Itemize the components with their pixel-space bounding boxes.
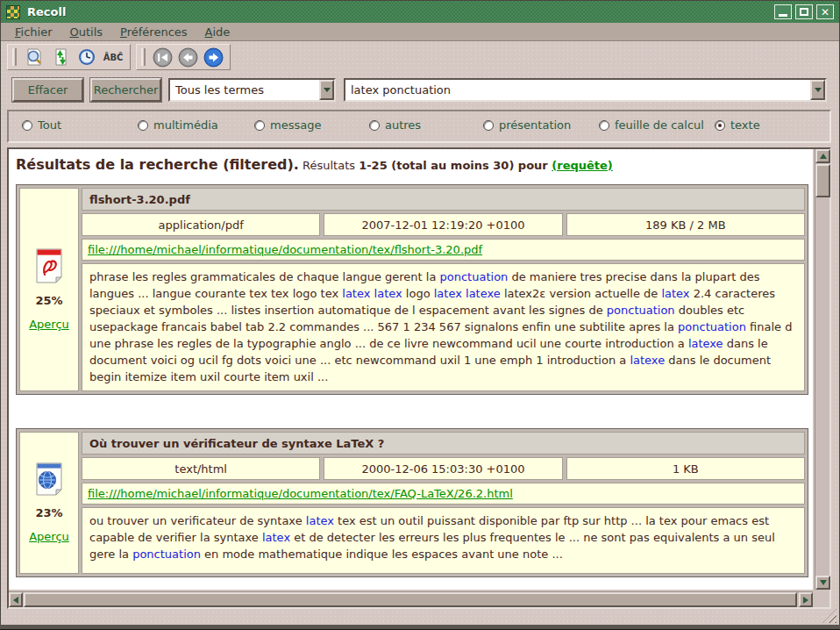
toolbar-group-tools: ÂBĈ: [7, 44, 131, 70]
history-clock-icon: [77, 47, 96, 67]
radio-texte[interactable]: texte: [715, 118, 760, 132]
result-snippet: ou trouver un verificateur de syntaxe la…: [82, 507, 805, 574]
resize-grip[interactable]: [822, 609, 836, 623]
scroll-down-button[interactable]: [815, 576, 830, 590]
arrow-up-icon: [820, 154, 827, 159]
sort-button[interactable]: [49, 47, 72, 68]
close-button[interactable]: ✕: [816, 4, 834, 19]
relevance-percent: 25%: [35, 294, 62, 307]
chevron-down-icon: [815, 88, 822, 92]
search-query-input[interactable]: [345, 83, 810, 97]
radio-icon: [254, 120, 265, 131]
clear-button[interactable]: Effacer: [12, 78, 83, 102]
menu-aide[interactable]: Aide: [196, 24, 239, 40]
nav-first-page-button[interactable]: [152, 47, 174, 68]
arrow-down-icon: [820, 580, 827, 585]
nav-previous-page-icon: [178, 47, 198, 68]
arrow-right-icon: [803, 597, 808, 604]
preview-link[interactable]: Aperçu: [29, 530, 69, 543]
result-snippet: phrase les regles grammaticales de chaqu…: [82, 263, 805, 391]
sort-document-icon: [51, 47, 70, 67]
minimize-icon: [779, 14, 787, 17]
close-icon: ✕: [821, 7, 829, 18]
nav-previous-page-button[interactable]: [177, 47, 199, 68]
radio-autres[interactable]: autres: [369, 118, 421, 132]
radio-label: texte: [730, 118, 760, 132]
results-header: Résultats de la recherche (filtered). Ré…: [16, 156, 813, 173]
horizontal-scrollbar[interactable]: [9, 591, 813, 607]
results-list: Résultats de la recherche (filtered). Ré…: [9, 149, 813, 590]
radio-tout[interactable]: Tout: [22, 118, 61, 132]
result-url-link[interactable]: file:///home/michael/informatique/docume…: [88, 487, 513, 500]
toolbar: ÂBĈ: [7, 44, 231, 70]
result-url-link[interactable]: file:///home/michael/informatique/docume…: [88, 243, 482, 256]
scroll-left-button[interactable]: [9, 592, 23, 607]
radio-icon: [138, 120, 148, 131]
radio-label: message: [270, 118, 321, 132]
radio-message[interactable]: message: [254, 118, 321, 132]
radio-presentation[interactable]: présentation: [483, 118, 571, 132]
radio-icon: [599, 120, 609, 131]
search-mode-dropdown-button[interactable]: [319, 80, 334, 100]
radio-multimedia[interactable]: multimédia: [138, 118, 218, 132]
toolbar-grip[interactable]: [141, 48, 146, 66]
result-date: 2000-12-06 15:03:30 +0100: [324, 457, 562, 480]
result-meta-row: text/html 2000-12-06 15:03:30 +0100 1 KB: [82, 457, 805, 480]
scroll-up-button[interactable]: [815, 149, 830, 163]
menubar: Fichier Outils Préférences Aide: [1, 23, 839, 41]
search-button[interactable]: Rechercher: [90, 78, 161, 102]
maximize-button[interactable]: [795, 4, 813, 19]
results-frame: Résultats de la recherche (filtered). Ré…: [7, 147, 831, 609]
radio-label: feuille de calcul: [615, 118, 704, 132]
menu-preferences[interactable]: Préférences: [111, 24, 196, 40]
relevance-percent: 23%: [35, 506, 62, 519]
search-mode-select[interactable]: Tous les termes: [168, 78, 336, 102]
preview-search-button[interactable]: [23, 47, 46, 68]
chevron-down-icon: [324, 88, 331, 92]
window-bottom-border: [0, 625, 840, 630]
term-explorer-icon: ÂBĈ: [103, 53, 124, 62]
search-query-combo[interactable]: [344, 78, 827, 102]
result-date: 2007-12-01 12:19:20 +0100: [324, 213, 562, 236]
result-size: 189 KB / 2 MB: [566, 213, 805, 236]
search-row: Effacer Rechercher Tous les termes: [0, 77, 840, 104]
window-title: Recoll: [27, 5, 66, 18]
radio-feuille-de-calcul[interactable]: feuille de calcul: [599, 118, 704, 132]
menu-outils[interactable]: Outils: [61, 24, 112, 40]
result-url-row: file:///home/michael/informatique/docume…: [82, 483, 805, 505]
preview-link[interactable]: Aperçu: [29, 318, 69, 331]
search-mode-value: Tous les termes: [170, 83, 319, 97]
result-url-row: file:///home/michael/informatique/docume…: [82, 239, 805, 261]
scroll-right-button[interactable]: [799, 592, 813, 607]
vertical-scrollbar-thumb[interactable]: [815, 164, 830, 197]
search-query-dropdown-button[interactable]: [810, 80, 825, 100]
vertical-scrollbar[interactable]: [815, 149, 829, 590]
result-title: Où trouver un vérificateur de syntaxe La…: [82, 432, 805, 455]
nav-next-page-icon: [203, 47, 224, 68]
nav-next-page-button[interactable]: [203, 47, 224, 68]
radio-icon: [369, 120, 380, 131]
arrow-left-icon: [13, 597, 18, 604]
nav-first-page-icon: [153, 47, 173, 68]
term-explorer-button[interactable]: ÂBĈ: [102, 47, 125, 68]
history-button[interactable]: [75, 47, 98, 68]
category-filter-frame: Tout multimédia message autres présentat…: [7, 110, 831, 143]
result-mime-type: text/html: [82, 457, 320, 480]
html-file-icon: [34, 462, 64, 496]
result-mime-type: application/pdf: [82, 213, 320, 236]
minimize-button[interactable]: [774, 4, 792, 19]
result-2-side-panel: 23% Aperçu: [19, 432, 79, 574]
horizontal-scrollbar-thumb[interactable]: [24, 592, 797, 607]
toolbar-grip[interactable]: [12, 48, 17, 66]
radio-label: autres: [385, 118, 421, 132]
radio-icon: [22, 120, 32, 131]
recoll-window: Recoll ✕ Fichier Outils Préférences Aide: [0, 0, 840, 630]
result-item-2: 23% Aperçu Où trouver un vérificateur de…: [16, 428, 808, 577]
titlebar[interactable]: Recoll ✕: [1, 1, 839, 23]
preview-search-icon: [25, 47, 44, 67]
result-1-details: flshort-3.20.pdf application/pdf 2007-12…: [82, 188, 805, 391]
radio-icon: [715, 120, 725, 131]
query-link[interactable]: (requête): [552, 159, 613, 172]
pdf-file-icon: [34, 248, 64, 283]
menu-fichier[interactable]: Fichier: [6, 24, 61, 40]
